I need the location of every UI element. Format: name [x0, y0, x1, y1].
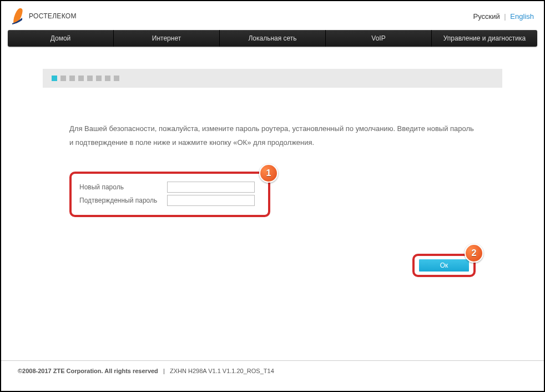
nav-internet[interactable]: Интернет: [114, 30, 220, 47]
lang-english[interactable]: English: [510, 12, 534, 21]
nav-home[interactable]: Домой: [8, 30, 114, 47]
annotation-badge-1: 1: [259, 164, 278, 183]
step-dot-5: [87, 76, 93, 81]
footer-model: ZXHN H298A V1.1 V1.1.20_ROS_T14: [170, 368, 274, 374]
new-password-label: Новый пароль: [79, 183, 167, 191]
instructions-text: Для Вашей безопасности, пожалуйста, изме…: [69, 122, 476, 149]
step-dot-2: [60, 76, 66, 81]
step-dot-4: [78, 76, 84, 81]
footer-copyright: ©2008-2017 ZTE Corporation. All rights r…: [18, 368, 158, 374]
brand-logo: РОСТЕЛЕКОМ: [11, 7, 77, 26]
step-dot-7: [105, 76, 110, 81]
footer: ©2008-2017 ZTE Corporation. All rights r…: [1, 360, 544, 391]
language-selector: Русский | English: [473, 12, 534, 21]
confirm-password-label: Подтвержденный пароль: [79, 197, 167, 204]
ok-button[interactable]: Ок: [419, 259, 469, 272]
nav-management[interactable]: Управление и диагностика: [432, 30, 537, 47]
rostelecom-icon: [11, 7, 26, 26]
ok-button-highlight: 2 Ок: [412, 254, 476, 277]
main-nav: Домой Интернет Локальная сеть VoIP Управ…: [8, 30, 537, 47]
step-dot-8: [114, 76, 119, 81]
confirm-password-input[interactable]: [167, 195, 255, 206]
step-dot-1: [52, 76, 57, 81]
lang-russian[interactable]: Русский: [473, 12, 499, 21]
annotation-badge-2: 2: [465, 244, 483, 263]
lang-separator: |: [504, 12, 506, 21]
wizard-card: Для Вашей безопасности, пожалуйста, изме…: [43, 69, 502, 299]
step-dot-6: [96, 76, 102, 81]
nav-lan[interactable]: Локальная сеть: [220, 30, 326, 47]
new-password-input[interactable]: [167, 182, 255, 193]
brand-name: РОСТЕЛЕКОМ: [29, 12, 77, 20]
password-form-highlight: 1 Новый пароль Подтвержденный пароль: [69, 172, 270, 217]
wizard-steps: [43, 69, 502, 88]
step-dot-3: [69, 76, 75, 81]
nav-voip[interactable]: VoIP: [326, 30, 432, 47]
